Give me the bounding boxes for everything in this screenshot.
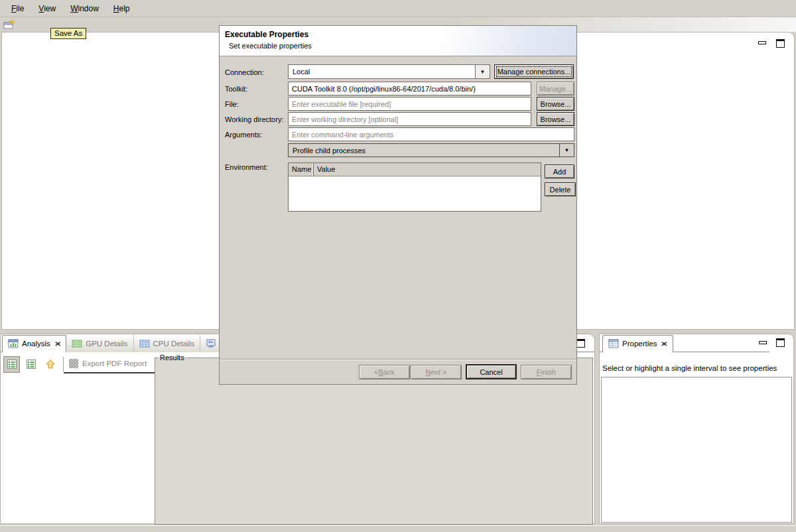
manage-toolkit-button: Manage... [537, 82, 574, 96]
file-label: File: [225, 100, 239, 108]
cancel-button[interactable]: Cancel [466, 364, 517, 379]
export-pdf-button[interactable]: Export PDF Report [64, 354, 155, 373]
panel-maximize-icon[interactable] [576, 339, 585, 348]
browse-file-button[interactable]: Browse... [537, 97, 574, 111]
menu-file[interactable]: File [4, 2, 31, 15]
add-button[interactable]: Add [545, 165, 574, 178]
properties-hint: Select or highlight a single interval to… [602, 364, 777, 372]
list-view-icon [7, 359, 17, 369]
menu-window[interactable]: Window [63, 2, 106, 15]
dialog-header: Executable Properties Set executable pro… [220, 26, 576, 56]
guided-analysis-icon[interactable] [3, 356, 20, 373]
manage-connections-button[interactable]: Manage connections... [494, 64, 574, 79]
list-view2-icon [26, 359, 36, 369]
connection-value: Local [289, 68, 475, 76]
cpu-details-icon [139, 338, 150, 349]
analysis-icon [8, 338, 19, 349]
column-name[interactable]: Name [289, 163, 314, 176]
application-window: File View Window Help Save As [0, 0, 796, 532]
status-bar [0, 525, 796, 532]
workdir-field[interactable] [288, 112, 531, 126]
menu-help[interactable]: Help [106, 2, 137, 15]
workdir-label: Working directory: [225, 115, 283, 123]
delete-button[interactable]: Delete [545, 182, 576, 196]
finish-button: Finish [521, 365, 572, 379]
environment-table-header: Name Value [289, 163, 541, 176]
connection-label: Connection: [225, 68, 264, 76]
tab-properties[interactable]: Properties ✕ [602, 335, 673, 352]
toolkit-label: Toolkit: [225, 85, 247, 93]
file-field[interactable] [288, 97, 531, 111]
dialog-separator [220, 359, 576, 360]
up-level-icon[interactable] [42, 356, 58, 373]
save-as-icon[interactable] [38, 19, 50, 31]
environment-table[interactable]: Name Value [288, 163, 541, 212]
tab-gpu-details[interactable]: GPU Details [66, 335, 133, 352]
connection-combo[interactable]: Local ▼ [288, 64, 490, 79]
browse-workdir-button[interactable]: Browse... [537, 112, 574, 126]
column-value[interactable]: Value [314, 163, 338, 176]
maximize-icon[interactable] [776, 39, 785, 48]
back-button: < Back [359, 365, 410, 379]
properties-icon [608, 338, 619, 349]
save-icon[interactable] [21, 19, 33, 31]
panel-minimize-icon[interactable] [759, 341, 767, 344]
new-session-icon[interactable] [3, 19, 15, 31]
toolkit-field[interactable] [288, 82, 531, 96]
arguments-label: Arguments: [225, 131, 262, 139]
chevron-down-icon[interactable]: ▼ [559, 144, 574, 157]
arguments-field[interactable] [288, 127, 574, 141]
unguided-analysis-icon[interactable] [23, 356, 39, 373]
save-as-tooltip: Save As [50, 28, 86, 39]
executable-properties-dialog: Executable Properties Set executable pro… [219, 25, 577, 385]
analysis-toolbar [1, 354, 66, 374]
up-arrow-icon [45, 359, 56, 369]
menu-bar: File View Window Help [0, 0, 796, 17]
menu-view[interactable]: View [31, 2, 63, 15]
gpu-details-icon [72, 338, 82, 349]
close-icon[interactable]: ✕ [661, 340, 667, 348]
tab-analysis[interactable]: Analysis ✕ [2, 335, 66, 352]
properties-panel: Properties ✕ Select or highlight a singl… [599, 334, 794, 524]
console-icon [206, 338, 216, 349]
results-label: Results [158, 354, 186, 362]
dialog-subtitle: Set executable properties [229, 42, 312, 50]
next-button: Next > [411, 365, 462, 379]
export-pdf-icon [69, 359, 78, 368]
new-session-icon-glyph [3, 19, 15, 31]
minimize-icon[interactable] [758, 41, 766, 44]
profile-mode-value: Profile child processes [289, 147, 559, 155]
environment-label: Environment: [225, 163, 268, 171]
profile-mode-combo[interactable]: Profile child processes ▼ [288, 143, 574, 157]
properties-content [601, 377, 792, 523]
dialog-title: Executable Properties [225, 30, 308, 39]
panel-maximize-icon[interactable] [776, 338, 785, 347]
tab-cpu-details[interactable]: CPU Details [134, 335, 201, 352]
close-icon[interactable]: ✕ [54, 340, 61, 348]
chevron-down-icon[interactable]: ▼ [475, 65, 490, 78]
